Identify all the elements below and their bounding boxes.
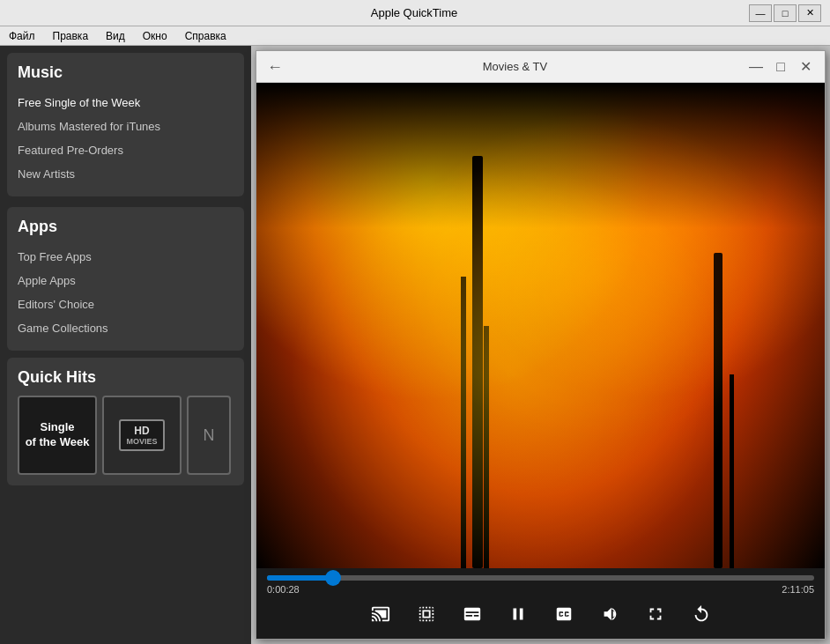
app-title: Apple QuickTime — [79, 6, 749, 19]
progress-container: 0:00:28 2:11:05 — [267, 575, 814, 595]
total-time: 2:11:05 — [782, 584, 814, 595]
cast-button[interactable] — [367, 600, 395, 628]
movies-window: ← Movies & TV — □ ✕ — [256, 50, 826, 640]
playback-controls — [267, 600, 814, 628]
time-row: 0:00:28 2:11:05 — [267, 584, 814, 595]
replay-button[interactable] — [687, 600, 715, 628]
quick-hit-hd[interactable]: HD MOVIES — [102, 396, 182, 475]
controls-area: 0:00:28 2:11:05 — [256, 568, 825, 639]
cast-icon — [371, 604, 390, 624]
menu-edit[interactable]: Правка — [48, 28, 93, 44]
cc-button[interactable] — [550, 600, 578, 628]
progress-bar[interactable] — [267, 575, 814, 581]
main-container: Music Free Single of the Week Albums Mas… — [0, 46, 830, 644]
movies-title-bar: ← Movies & TV — □ ✕ — [256, 51, 825, 83]
progress-thumb[interactable] — [325, 570, 341, 586]
flame-overlay2 — [256, 83, 825, 568]
subtitles-button[interactable] — [458, 600, 486, 628]
sidebar-item-game-collections[interactable]: Game Collections — [18, 316, 233, 340]
quick-hit-partial[interactable]: N — [187, 396, 231, 475]
apps-section-title: Apps — [18, 218, 233, 236]
movies-minimize-button[interactable]: — — [747, 58, 765, 75]
pause-button[interactable] — [504, 600, 532, 628]
volume-icon — [600, 604, 619, 624]
music-section-title: Music — [18, 63, 233, 82]
title-bar: Apple QuickTime — □ ✕ — [0, 0, 830, 26]
minimize-button[interactable]: — — [749, 4, 772, 22]
subtitles-icon — [463, 604, 482, 624]
movies-window-title: Movies & TV — [292, 60, 738, 73]
movies-window-controls: — □ ✕ — [747, 58, 814, 75]
sidebar-item-preorders[interactable]: Featured Pre-Orders — [18, 138, 233, 162]
fullscreen-icon — [646, 604, 665, 624]
title-bar-controls: — □ ✕ — [749, 4, 821, 22]
cc-icon — [554, 604, 574, 624]
quick-hits-items: Single of the Week HD MOVIES — [18, 396, 233, 475]
sidebar-item-new-artists[interactable]: New Artists — [18, 162, 233, 186]
close-button[interactable]: ✕ — [798, 4, 821, 22]
menu-bar: Файл Правка Вид Окно Справка — [0, 26, 830, 46]
movies-maximize-button[interactable]: □ — [772, 58, 789, 75]
single-week-text: Single of the Week — [26, 420, 90, 450]
menu-file[interactable]: Файл — [4, 28, 40, 44]
apps-section: Apps Top Free Apps Apple Apps Editors' C… — [7, 207, 244, 351]
chapters-icon — [417, 604, 436, 624]
fullscreen-button[interactable] — [641, 600, 670, 628]
content-area: ← Movies & TV — □ ✕ — [251, 46, 830, 644]
video-area — [256, 83, 825, 568]
volume-button[interactable] — [596, 600, 624, 628]
quick-hits-section: Quick Hits Single of the Week HD — [7, 358, 244, 485]
pause-icon — [508, 604, 528, 624]
sidebar-item-editors-choice[interactable]: Editors' Choice — [18, 292, 233, 316]
sidebar: Music Free Single of the Week Albums Mas… — [0, 46, 251, 644]
chapters-button[interactable] — [412, 600, 441, 628]
menu-help[interactable]: Справка — [181, 28, 231, 44]
sidebar-item-albums[interactable]: Albums Mastered for iTunes — [18, 115, 233, 138]
quick-hits-title: Quick Hits — [18, 368, 233, 387]
music-section: Music Free Single of the Week Albums Mas… — [7, 53, 244, 196]
sidebar-item-top-free[interactable]: Top Free Apps — [18, 245, 233, 269]
replay-icon — [692, 604, 711, 624]
hd-badge: HD MOVIES — [119, 419, 164, 451]
back-button[interactable]: ← — [267, 59, 283, 75]
sidebar-item-apple-apps[interactable]: Apple Apps — [18, 269, 233, 292]
progress-fill — [267, 575, 333, 581]
video-scene — [256, 83, 825, 568]
movies-close-button[interactable]: ✕ — [797, 58, 814, 75]
menu-view[interactable]: Вид — [101, 28, 130, 44]
current-time: 0:00:28 — [267, 584, 300, 595]
quick-hit-single[interactable]: Single of the Week — [18, 396, 97, 475]
menu-window[interactable]: Окно — [138, 28, 172, 44]
maximize-button[interactable]: □ — [774, 4, 797, 22]
sidebar-item-free-single[interactable]: Free Single of the Week — [18, 91, 233, 115]
